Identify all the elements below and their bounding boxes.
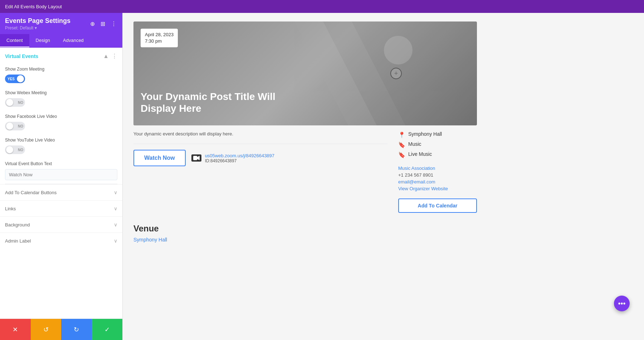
show-youtube-toggle-wrap: NO bbox=[5, 145, 117, 154]
hero-title: Your Dynamic Post Title Will Display Her… bbox=[141, 91, 277, 115]
show-webex-label: Show Webex Meeting bbox=[5, 90, 117, 95]
zoom-link-block: us05web.zoom.us/j/84926643897 ID:8492664… bbox=[205, 153, 274, 163]
admin-label-chevron-icon: ∨ bbox=[114, 238, 117, 244]
svg-rect-3 bbox=[193, 156, 197, 160]
organizer-email-link[interactable]: email@email.com bbox=[398, 179, 477, 185]
venue-category2-item: 🔖 Live Music bbox=[398, 151, 477, 158]
content-row: Your dynamic event description will disp… bbox=[133, 131, 477, 213]
virtual-button-text-row: Virtual Event Button Text bbox=[0, 158, 122, 184]
sidebar-content: Virtual Events ▲ ⋮ Show Zoom Meeting YES bbox=[0, 48, 122, 319]
venue-location-item: 📍 Symphony Hall bbox=[398, 131, 477, 138]
show-youtube-label: Show YouTube Live Video bbox=[5, 138, 117, 143]
show-webex-toggle[interactable]: NO bbox=[5, 98, 25, 107]
sidebar-header: Events Page Settings Preset: Default ▾ ⊕… bbox=[0, 13, 122, 34]
venue-category1-item: 🔖 Music bbox=[398, 141, 477, 148]
hero-time: 7:30 pm bbox=[145, 38, 174, 44]
top-bar: Edit All Events Body Layout bbox=[0, 0, 644, 13]
add-to-calendar-title: Add To Calendar Buttons bbox=[5, 190, 57, 195]
undo-button[interactable]: ↺ bbox=[31, 319, 62, 340]
event-description: Your dynamic event description will disp… bbox=[133, 131, 387, 137]
zoom-toggle-knob bbox=[17, 75, 24, 82]
youtube-toggle-no-label: NO bbox=[18, 148, 23, 152]
admin-label-section: Admin Label ∨ bbox=[0, 233, 122, 249]
admin-label-header[interactable]: Admin Label ∨ bbox=[0, 233, 122, 249]
background-header[interactable]: Background ∨ bbox=[0, 217, 122, 233]
watch-now-button[interactable]: Watch Now bbox=[133, 150, 186, 166]
main-layout: Events Page Settings Preset: Default ▾ ⊕… bbox=[0, 13, 644, 340]
hero-plus-button[interactable]: + bbox=[390, 68, 402, 79]
hero-image: April 28, 2023 7:30 pm Your Dynamic Post… bbox=[133, 21, 477, 125]
organizer-name-link[interactable]: Music Association bbox=[398, 166, 477, 171]
category-1: Music bbox=[408, 141, 421, 147]
hero-circle bbox=[384, 36, 413, 64]
watch-now-row: Watch Now us05web.zoom.us/j/84926643897 … bbox=[133, 144, 387, 166]
hero-date-badge: April 28, 2023 7:30 pm bbox=[141, 29, 178, 47]
venue-name: Symphony Hall bbox=[408, 131, 442, 137]
venue-section-link[interactable]: Symphony Hall bbox=[133, 237, 167, 243]
zoom-link[interactable]: us05web.zoom.us/j/84926643897 bbox=[205, 153, 274, 158]
venue-section-title: Venue bbox=[133, 224, 477, 234]
zoom-camera-icon bbox=[191, 154, 201, 162]
section-collapse-icon[interactable]: ▲ bbox=[103, 53, 109, 59]
show-facebook-toggle[interactable]: NO bbox=[5, 122, 25, 130]
sidebar-title: Events Page Settings bbox=[5, 17, 70, 25]
show-webex-meeting-row: Show Webex Meeting NO bbox=[0, 87, 122, 110]
show-zoom-toggle[interactable]: YES bbox=[5, 75, 25, 83]
content-sidebar: 📍 Symphony Hall 🔖 Music 🔖 Live Music Mus… bbox=[398, 131, 477, 213]
sidebar-header-row: Events Page Settings Preset: Default ▾ ⊕… bbox=[5, 17, 117, 30]
location-icon: 📍 bbox=[398, 131, 405, 138]
webex-toggle-knob bbox=[6, 99, 13, 106]
tab-content[interactable]: Content bbox=[0, 34, 29, 47]
virtual-events-title: Virtual Events bbox=[5, 53, 38, 59]
tag-icon-1: 🔖 bbox=[398, 142, 405, 148]
webex-toggle-no-label: NO bbox=[18, 101, 23, 105]
add-to-calendar-chevron-icon: ∨ bbox=[114, 190, 117, 195]
show-youtube-toggle[interactable]: NO bbox=[5, 145, 25, 154]
add-to-calendar-header[interactable]: Add To Calendar Buttons ∨ bbox=[0, 185, 122, 200]
show-facebook-label: Show Facebook Live Video bbox=[5, 114, 117, 119]
links-header[interactable]: Links ∨ bbox=[0, 201, 122, 216]
cancel-button[interactable]: ✕ bbox=[0, 319, 31, 340]
sidebar: Events Page Settings Preset: Default ▾ ⊕… bbox=[0, 13, 123, 340]
background-title: Background bbox=[5, 222, 30, 228]
show-facebook-live-row: Show Facebook Live Video NO bbox=[0, 110, 122, 134]
organizer-website-link[interactable]: View Organizer Website bbox=[398, 186, 477, 191]
svg-marker-4 bbox=[197, 156, 200, 160]
sidebar-focus-icon[interactable]: ⊕ bbox=[89, 20, 96, 28]
show-facebook-toggle-wrap: NO bbox=[5, 122, 117, 130]
sidebar-more-icon[interactable]: ⋮ bbox=[110, 20, 117, 28]
hero-date: April 28, 2023 bbox=[145, 32, 174, 38]
admin-label-title: Admin Label bbox=[5, 238, 31, 244]
sidebar-tabs: Content Design Advanced bbox=[0, 34, 122, 48]
tab-design[interactable]: Design bbox=[29, 34, 57, 47]
add-to-calendar-section: Add To Calendar Buttons ∨ bbox=[0, 184, 122, 200]
background-section: Background ∨ bbox=[0, 216, 122, 233]
organizer-phone: +1 234 567 8901 bbox=[398, 172, 477, 178]
top-bar-title: Edit All Events Body Layout bbox=[5, 4, 62, 9]
links-title: Links bbox=[5, 206, 16, 211]
tab-advanced[interactable]: Advanced bbox=[57, 34, 90, 47]
links-section: Links ∨ bbox=[0, 200, 122, 216]
content-main: Your dynamic event description will disp… bbox=[133, 131, 387, 213]
venue-section: Venue Symphony Hall bbox=[133, 224, 477, 243]
sidebar-header-actions: ⊕ ⊞ ⋮ bbox=[89, 20, 117, 28]
virtual-button-text-input[interactable] bbox=[5, 169, 117, 180]
section-more-icon[interactable]: ⋮ bbox=[112, 53, 117, 59]
tag-icon-2: 🔖 bbox=[398, 152, 405, 158]
youtube-toggle-knob bbox=[6, 146, 13, 153]
organizer-info: Music Association +1 234 567 8901 email@… bbox=[398, 166, 477, 191]
floating-action-button[interactable]: ••• bbox=[614, 296, 630, 311]
zoom-toggle-yes-label: YES bbox=[8, 77, 15, 81]
show-zoom-toggle-wrap: YES bbox=[5, 75, 117, 83]
show-zoom-label: Show Zoom Meeting bbox=[5, 67, 117, 72]
background-chevron-icon: ∨ bbox=[114, 222, 117, 228]
sidebar-preset[interactable]: Preset: Default ▾ bbox=[5, 25, 70, 30]
sidebar-columns-icon[interactable]: ⊞ bbox=[100, 20, 106, 28]
section-actions: ▲ ⋮ bbox=[103, 53, 117, 59]
sidebar-title-block: Events Page Settings Preset: Default ▾ bbox=[5, 17, 70, 30]
redo-button[interactable]: ↻ bbox=[61, 319, 92, 340]
facebook-toggle-no-label: NO bbox=[18, 124, 23, 128]
save-button[interactable]: ✓ bbox=[92, 319, 123, 340]
add-to-calendar-button[interactable]: Add To Calendar bbox=[398, 198, 477, 213]
show-zoom-meeting-row: Show Zoom Meeting YES bbox=[0, 63, 122, 87]
